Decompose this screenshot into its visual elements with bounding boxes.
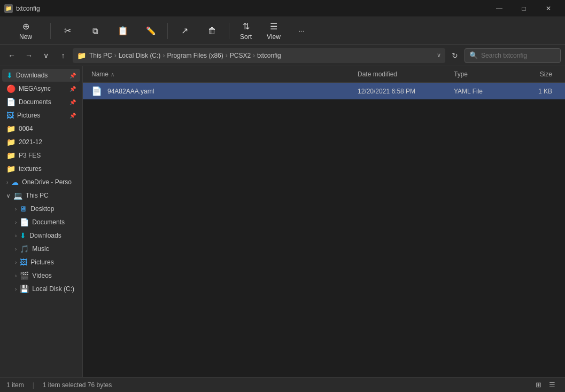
pictures-icon: 🖼 [6,111,14,120]
sidebar-item-p3fes[interactable]: 📁 P3 FES [2,149,80,162]
sidebar-item-localdisk[interactable]: › 💾 Local Disk (C:) [11,283,80,295]
folder-0004-icon: 📁 [6,124,16,133]
delete-button[interactable]: 🗑 [199,19,226,43]
sidebar-item-label: Desktop [30,205,54,213]
maximize-button[interactable]: □ [512,0,536,17]
sidebar-item-0004[interactable]: 📁 0004 [2,122,80,135]
list-view-button[interactable]: ☰ [546,380,559,390]
view-label: View [267,33,281,41]
sidebar-item-label: Music [32,245,49,253]
breadcrumb[interactable]: 📁 This PC › Local Disk (C:) › Program Fi… [73,48,445,63]
down-button[interactable]: ∨ [38,48,53,63]
sidebar-item-videos-pc[interactable]: › 🎬 Videos [11,269,80,282]
sort-label: Sort [240,33,252,41]
music-icon: 🎵 [20,245,29,253]
localdisk-icon: 💾 [20,285,29,293]
breadcrumb-localdisk[interactable]: Local Disk (C:) [119,52,161,59]
paste-button[interactable]: 📋 [110,19,136,43]
sort-icon: ⇅ [243,21,250,32]
refresh-button[interactable]: ↻ [447,48,462,63]
view-button[interactable]: ☰ View [260,19,287,43]
downloads-icon: ⬇ [6,71,13,80]
cut-button[interactable]: ✂ [54,19,81,43]
sidebar-item-onedrive[interactable]: › ☁ OneDrive - Perso [2,176,80,189]
search-icon: 🔍 [469,51,478,59]
search-input[interactable] [481,52,561,59]
column-name[interactable]: Name ∧ [83,68,353,80]
table-row[interactable]: 📄 94A82AAA.yaml 12/20/2021 6:58 PM YAML … [83,83,565,99]
sidebar: ⬇ Downloads 📌 🔴 MEGAsync 📌 📄 Documents 📌… [0,66,83,377]
folder-2021-icon: 📁 [6,138,16,146]
sidebar-item-documents-pinned[interactable]: 📄 Documents 📌 [2,96,80,108]
megasync-icon: 🔴 [6,84,16,93]
forward-button[interactable]: → [21,48,36,63]
column-date-modified[interactable]: Date modified [353,68,450,80]
sidebar-item-label: P3 FES [19,152,41,159]
downloads-pc-expand-arrow: › [15,233,17,239]
column-name-label: Name [91,70,109,78]
main-layout: ⬇ Downloads 📌 🔴 MEGAsync 📌 📄 Documents 📌… [0,66,565,377]
videos-expand-arrow: › [15,273,17,279]
file-date: 12/20/2021 6:58 PM [353,85,450,97]
sidebar-item-textures[interactable]: 📁 textures [2,162,80,175]
app-icon: 📁 [4,4,13,13]
sidebar-item-label: Downloads [16,72,48,79]
sidebar-item-label: Local Disk (C:) [32,285,74,293]
more-button[interactable]: ··· [288,19,315,43]
pin-icon-pics: 📌 [69,113,76,119]
sidebar-item-label: MEGAsync [19,85,51,92]
toolbar-separator-2 [167,23,168,39]
file-size: 1 KB [514,85,556,97]
column-size[interactable]: Size [514,68,556,80]
sidebar-item-pictures-pinned[interactable]: 🖼 Pictures 📌 [2,109,80,122]
minimize-button[interactable]: — [487,0,512,17]
sidebar-item-label: Documents [32,218,65,226]
sidebar-item-desktop[interactable]: › 🖥 Desktop [11,202,80,215]
status-bar: 1 item | 1 item selected 76 bytes ⊞ ☰ [0,377,565,392]
thispc-children: › 🖥 Desktop › 📄 Documents › ⬇ Downloads … [0,202,82,295]
file-icon: 📄 [91,86,102,96]
share-button[interactable]: ↗ [171,19,198,43]
onedrive-icon: ☁ [11,178,19,186]
grid-view-button[interactable]: ⊞ [532,380,545,390]
sidebar-item-documents-pc[interactable]: › 📄 Documents [11,216,80,229]
rename-button[interactable]: ✏️ [137,19,164,43]
search-box: 🔍 [465,48,561,63]
breadcrumb-txtconfig[interactable]: txtconfig [257,52,281,59]
copy-icon: ⧉ [92,26,98,36]
up-button[interactable]: ↑ [56,48,71,63]
thispc-expand-arrow: ∨ [6,193,10,199]
more-icon: ··· [299,27,304,35]
sidebar-item-downloads-pc[interactable]: › ⬇ Downloads [11,229,80,242]
title-text: txtconfig [16,5,40,12]
sort-button[interactable]: ⇅ Sort [233,19,259,43]
window-controls: — □ ✕ [487,0,561,17]
copy-button[interactable]: ⧉ [82,19,109,43]
sidebar-item-pictures-pc[interactable]: › 🖼 Pictures [11,256,80,269]
sidebar-item-megasync[interactable]: 🔴 MEGAsync 📌 [2,82,80,95]
documents-icon: 📄 [6,98,16,106]
view-icon: ☰ [270,21,277,32]
downloads-pc-icon: ⬇ [20,231,26,240]
new-button[interactable]: ⊕ New [4,19,47,43]
sidebar-item-label: textures [19,165,42,173]
sidebar-item-label: Pictures [17,112,40,119]
sidebar-item-thispc[interactable]: ∨ 💻 This PC [2,189,80,202]
breadcrumb-programfiles[interactable]: Program Files (x86) [167,52,223,59]
sidebar-item-2021-12[interactable]: 📁 2021-12 [2,136,80,148]
view-buttons: ⊞ ☰ [532,380,559,390]
breadcrumb-thispc[interactable]: This PC [89,52,112,59]
breadcrumb-pcsx2[interactable]: PCSX2 [230,52,251,59]
column-type[interactable]: Type [450,68,514,80]
file-type: YAML File [450,85,514,97]
close-button[interactable]: ✕ [536,0,561,17]
toolbar-separator-3 [229,23,229,39]
breadcrumb-expand-button[interactable]: ∨ [437,52,441,59]
status-separator: | [33,381,34,389]
back-button[interactable]: ← [4,48,19,63]
sidebar-item-label: Pictures [30,258,53,266]
sidebar-item-music-pc[interactable]: › 🎵 Music [11,242,80,255]
pin-icon: 📌 [69,73,76,79]
sidebar-item-label: 2021-12 [19,138,42,146]
sidebar-item-downloads-pinned[interactable]: ⬇ Downloads 📌 [2,69,80,82]
